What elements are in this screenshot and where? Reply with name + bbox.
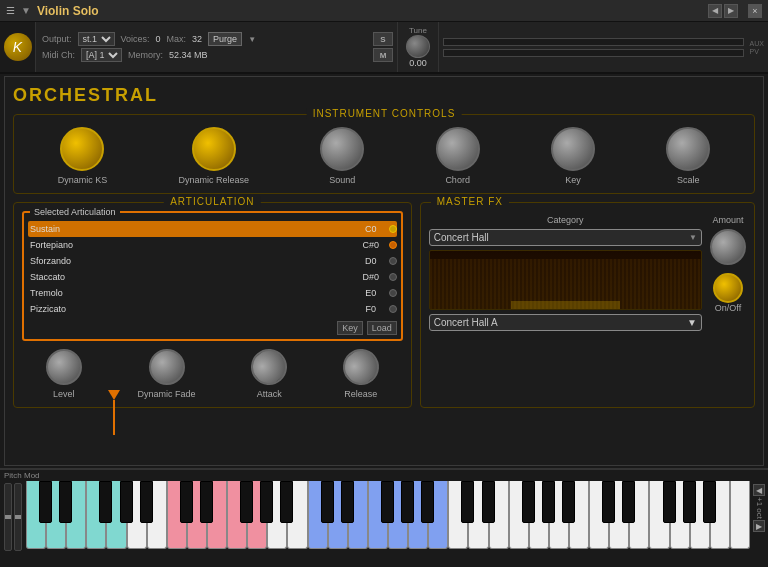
sub-category-dropdown[interactable]: Concert Hall A ▼: [429, 314, 702, 331]
meter-bottom: [443, 49, 744, 57]
black-key-24[interactable]: [522, 481, 535, 523]
on-off-knob[interactable]: [713, 273, 743, 303]
piano-controls: ◀ +1 oct ▶: [0, 481, 768, 553]
oct-controls: ◀ +1 oct ▶: [750, 481, 768, 553]
tune-knob[interactable]: [406, 35, 430, 58]
black-key-22[interactable]: [482, 481, 495, 523]
sub-category-dropdown-arrow: ▼: [687, 317, 697, 328]
midi-select[interactable]: [A] 1: [81, 48, 122, 62]
dynamic-ks-knob[interactable]: [60, 127, 104, 171]
black-key-0[interactable]: [39, 481, 52, 523]
dynamic-fade-knob[interactable]: [149, 349, 185, 385]
oct-up-button[interactable]: ◀: [753, 484, 765, 496]
output-label: Output:: [42, 34, 72, 44]
max-value: 32: [192, 34, 202, 44]
artic-row-fortepiano[interactable]: Fortepiano C#0: [28, 237, 397, 253]
output-select[interactable]: st.1: [78, 32, 115, 46]
artic-row-pizzicato[interactable]: Pizzicato F0: [28, 301, 397, 317]
black-key-10[interactable]: [240, 481, 253, 523]
dropdown-arrow[interactable]: ▼: [21, 5, 31, 16]
knob-sound: Sound: [320, 127, 364, 185]
attack-knob[interactable]: [244, 342, 295, 393]
black-key-28[interactable]: [602, 481, 615, 523]
menu-icon[interactable]: ☰: [6, 5, 15, 16]
black-key-26[interactable]: [562, 481, 575, 523]
sub-category-value: Concert Hall A: [434, 317, 498, 328]
white-key-35[interactable]: [730, 481, 750, 549]
artic-row-sforzando[interactable]: Sforzando D0: [28, 253, 397, 269]
knob-key: Key: [551, 127, 595, 185]
oct-label: +1 oct: [755, 497, 764, 519]
dynamic-release-knob[interactable]: [192, 127, 236, 171]
plugin-body: ORCHESTRAL INSTRUMENT CONTROLS Dynamic K…: [4, 76, 764, 466]
black-key-4[interactable]: [120, 481, 133, 523]
attack-knob-item: Attack: [251, 349, 287, 399]
black-key-29[interactable]: [622, 481, 635, 523]
artic-note-staccato: D#0: [357, 272, 385, 282]
black-key-12[interactable]: [280, 481, 293, 523]
black-key-32[interactable]: [683, 481, 696, 523]
fx-left: Category Concert Hall ▼ Concert Hall A ▼: [429, 215, 702, 331]
pitch-mod-label: Pitch Mod: [0, 470, 768, 481]
black-key-14[interactable]: [321, 481, 334, 523]
level-label: Level: [53, 389, 75, 399]
s-button[interactable]: S: [373, 32, 393, 46]
scale-knob[interactable]: [666, 127, 710, 171]
key-button[interactable]: Key: [337, 321, 363, 335]
black-key-1[interactable]: [59, 481, 72, 523]
black-key-3[interactable]: [99, 481, 112, 523]
black-key-19[interactable]: [421, 481, 434, 523]
black-key-17[interactable]: [381, 481, 394, 523]
selected-articulation-box: Selected Articulation Sustain C0 Fortepi…: [22, 211, 403, 341]
black-key-33[interactable]: [703, 481, 716, 523]
tune-section: Tune 0.00: [397, 22, 439, 72]
dropdown-purge[interactable]: ▼: [248, 35, 256, 44]
knobs-row: Dynamic KS Dynamic Release Sound Chord K…: [22, 127, 746, 185]
purge-button[interactable]: Purge: [208, 32, 242, 46]
black-key-31[interactable]: [663, 481, 676, 523]
artic-dot-pizzicato: [389, 305, 397, 313]
artic-name-sforzando: Sforzando: [28, 256, 353, 266]
amount-section: Amount: [710, 215, 746, 265]
artic-row-sustain[interactable]: Sustain C0: [28, 221, 397, 237]
key-knob[interactable]: [551, 127, 595, 171]
artic-dot-fortepiano: [389, 241, 397, 249]
category-dropdown[interactable]: Concert Hall ▼: [429, 229, 702, 246]
black-key-7[interactable]: [180, 481, 193, 523]
oct-down-button[interactable]: ▶: [753, 520, 765, 532]
prev-instrument[interactable]: ◀: [708, 4, 722, 18]
pitch-slider-1-thumb: [5, 515, 11, 519]
nav-arrows: ◀ ▶: [708, 4, 738, 18]
memory-value: 52.34 MB: [169, 50, 208, 60]
meter-top: [443, 38, 744, 46]
pitch-slider-1[interactable]: [4, 483, 12, 551]
close-button[interactable]: ×: [748, 4, 762, 18]
pitch-slider-2[interactable]: [14, 483, 22, 551]
black-key-25[interactable]: [542, 481, 555, 523]
load-button[interactable]: Load: [367, 321, 397, 335]
m-button[interactable]: M: [373, 48, 393, 62]
chord-knob[interactable]: [436, 127, 480, 171]
artic-row-staccato[interactable]: Staccato D#0: [28, 269, 397, 285]
black-key-15[interactable]: [341, 481, 354, 523]
plugin-title: ORCHESTRAL: [13, 85, 755, 106]
black-key-11[interactable]: [260, 481, 273, 523]
black-key-18[interactable]: [401, 481, 414, 523]
release-knob[interactable]: [336, 342, 387, 393]
black-key-8[interactable]: [200, 481, 213, 523]
on-off-label: On/Off: [713, 303, 743, 313]
articulation-panel: ARTICULATION Selected Articulation Susta…: [13, 202, 412, 408]
next-instrument[interactable]: ▶: [724, 4, 738, 18]
black-key-5[interactable]: [140, 481, 153, 523]
category-label: Category: [429, 215, 702, 225]
artic-row-tremolo[interactable]: Tremolo E0: [28, 285, 397, 301]
artic-knobs: Level Dynamic Fade Attack Release: [22, 349, 403, 399]
level-knob[interactable]: [46, 349, 82, 385]
amount-knob[interactable]: [710, 229, 746, 265]
artic-name-staccato: Staccato: [28, 272, 353, 282]
articulation-list: Sustain C0 Fortepiano C#0 Sforzando D0: [28, 221, 397, 317]
black-key-21[interactable]: [461, 481, 474, 523]
instrument-controls: INSTRUMENT CONTROLS Dynamic KS Dynamic R…: [13, 114, 755, 194]
sound-knob[interactable]: [320, 127, 364, 171]
instrument-name: Violin Solo: [37, 4, 702, 18]
